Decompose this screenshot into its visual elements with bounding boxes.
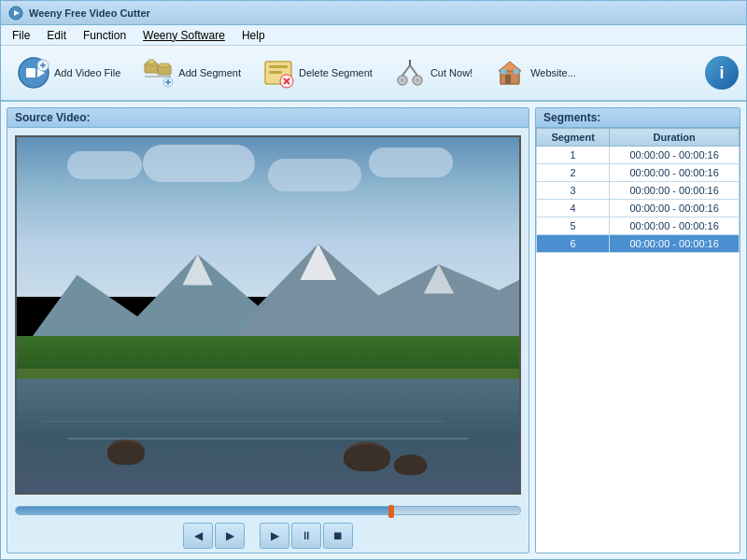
segment-id: 5 [537,217,610,235]
segment-id: 1 [537,147,610,164]
col-duration: Duration [610,129,740,147]
prev-button[interactable]: ◀ [183,523,213,549]
cut-now-button[interactable]: Cut Now! [385,51,481,94]
segment-id: 4 [537,200,610,217]
scrubber-marker [388,505,394,518]
water-layer [17,379,519,493]
scrubber-track[interactable] [15,506,521,515]
svg-rect-10 [148,60,154,63]
play-icon: ▶ [271,529,279,542]
title-bar: Weeny Free Video Cutter [1,1,746,25]
segment-duration: 00:00:00 - 00:00:16 [610,147,740,164]
video-display[interactable] [15,135,521,495]
cloud-2 [143,145,255,182]
svg-rect-3 [26,68,35,77]
rock-1 [107,439,145,465]
delete-segment-button[interactable]: Delete Segment [253,51,381,94]
cloud-3 [268,159,361,191]
segment-duration: 00:00:00 - 00:00:16 [610,200,740,217]
add-video-icon [17,56,50,90]
play-button[interactable]: ▶ [260,523,289,549]
menu-file[interactable]: File [5,27,37,44]
segments-panel-header: Segments: [536,108,740,128]
add-segment-icon [141,56,175,90]
segments-table: Segment Duration 100:00:00 - 00:00:16200… [536,128,740,253]
segment-duration: 00:00:00 - 00:00:16 [610,182,740,200]
website-label: Website... [530,67,576,78]
add-video-button[interactable]: Add Video File [8,51,129,94]
svg-rect-18 [269,65,288,68]
add-video-label: Add Video File [54,67,120,78]
cloud-1 [67,151,142,179]
segment-id: 6 [537,235,610,253]
menu-help[interactable]: Help [234,27,273,44]
scrubber-fill [16,507,394,514]
source-panel-header: Source Video: [7,108,529,128]
source-panel: Source Video: [7,107,529,553]
add-segment-button[interactable]: Add Segment [133,51,249,94]
svg-rect-33 [500,69,506,74]
segments-panel: Segments: Segment Duration 100:00:00 - 0… [535,107,740,553]
pause-icon: ⏸ [301,529,312,542]
table-row[interactable]: 400:00:00 - 00:00:16 [537,200,740,217]
playback-controls: ▶ ⏸ ⏹ [260,523,353,549]
stop-button[interactable]: ⏹ [323,523,353,549]
segment-id: 3 [537,182,610,200]
main-window: Weeny Free Video Cutter File Edit Functi… [0,0,747,560]
svg-point-26 [415,78,419,83]
scrubber-area [7,502,529,519]
cut-icon [393,56,427,90]
segment-duration: 00:00:00 - 00:00:16 [610,217,740,235]
forest-layer [17,336,519,371]
table-row[interactable]: 100:00:00 - 00:00:16 [537,147,740,164]
svg-rect-34 [514,69,519,74]
cloud-4 [369,147,453,177]
controls-area: ◀ ▶ ▶ ⏸ ⏹ [7,519,529,553]
delete-segment-icon [261,56,295,90]
next-icon: ▶ [226,529,234,542]
menu-edit[interactable]: Edit [39,27,74,44]
table-row[interactable]: 500:00:00 - 00:00:16 [537,217,740,235]
segment-duration: 00:00:00 - 00:00:16 [610,164,740,182]
svg-rect-12 [160,63,169,67]
cut-now-label: Cut Now! [430,67,472,78]
svg-line-28 [410,65,417,76]
toolbar: Add Video File Add Segment [1,46,746,102]
window-title: Weeny Free Video Cutter [29,7,150,19]
nav-controls: ◀ ▶ [183,523,245,549]
water-reflection-1 [67,438,469,440]
svg-line-27 [402,65,410,76]
rock-2 [344,441,390,471]
pause-button[interactable]: ⏸ [291,523,321,549]
prev-icon: ◀ [194,529,203,542]
menu-function[interactable]: Function [76,27,134,44]
app-icon [8,6,23,21]
delete-segment-label: Delete Segment [299,67,373,78]
water-reflection-2 [42,421,444,422]
video-frame [17,137,519,493]
svg-rect-32 [505,75,511,84]
menu-weeny-software[interactable]: Weeny Software [135,27,233,44]
svg-point-24 [400,78,404,83]
svg-rect-19 [269,71,282,74]
menu-bar: File Edit Function Weeny Software Help [1,25,746,46]
table-row[interactable]: 200:00:00 - 00:00:16 [537,164,740,182]
info-icon: i [719,63,724,83]
table-row[interactable]: 600:00:00 - 00:00:16 [537,235,740,253]
next-button[interactable]: ▶ [215,523,245,549]
segment-duration: 00:00:00 - 00:00:16 [610,235,740,253]
col-segment: Segment [537,129,610,147]
stop-icon: ⏹ [332,529,344,542]
table-row[interactable]: 300:00:00 - 00:00:16 [537,182,740,200]
website-button[interactable]: Website... [485,51,585,94]
rock-3 [394,455,427,475]
main-content: Source Video: [1,102,746,559]
segment-id: 2 [537,164,610,182]
website-icon [493,56,527,90]
info-button[interactable]: i [705,56,739,90]
add-segment-label: Add Segment [178,67,241,78]
